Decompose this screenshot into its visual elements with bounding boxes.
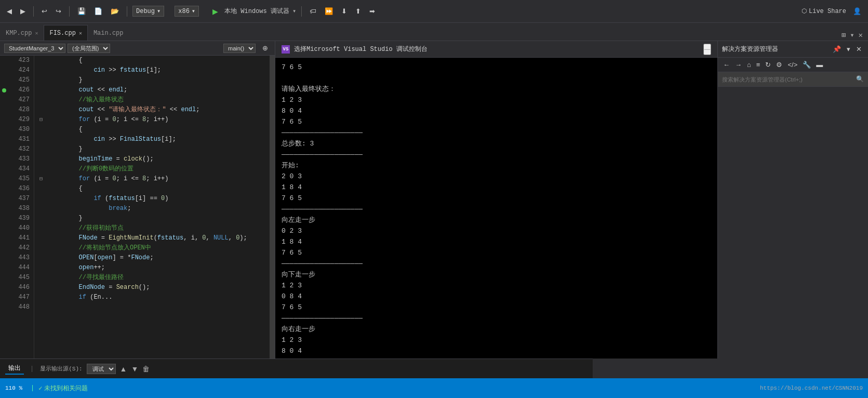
nav-back-btn[interactable]: ◀ <box>4 6 15 17</box>
status-text: 未找到相关问题 <box>44 384 88 393</box>
tab-fis-label: FIS.cpp <box>49 30 75 37</box>
sep4 <box>301 6 302 17</box>
sol-forward-btn[interactable]: → <box>733 60 744 70</box>
new-btn[interactable]: 📄 <box>91 6 105 17</box>
tab-fis-close[interactable]: ✕ <box>79 30 82 36</box>
line-442: //将初始节点放入OPEN中 <box>38 243 270 253</box>
bp-437 <box>0 194 8 204</box>
sep3 <box>127 6 127 17</box>
open-btn[interactable]: 📂 <box>108 6 122 17</box>
bp-435 <box>0 174 8 184</box>
nav-forward-btn[interactable]: ▶ <box>18 6 28 17</box>
console-output[interactable]: 7 6 5 请输入最终状态： 1 2 3 8 0 4 7 6 5 ———————… <box>275 58 717 359</box>
solution-pin-btn[interactable]: 📌 <box>831 44 843 54</box>
debug-combo[interactable]: Debug ▾ <box>132 6 164 17</box>
tab-main[interactable]: Main.cpp <box>88 25 129 41</box>
tab-menu-icon[interactable]: ▾ <box>849 30 855 41</box>
debug-into-btn[interactable]: ⬇ <box>339 6 350 17</box>
line-437: if (fstatus[i] == 0) <box>38 194 270 204</box>
status-bar: 110 % | ✓ 未找到相关问题 https://blog.csdn.net/… <box>0 378 868 398</box>
bp-428 <box>0 105 8 115</box>
output-clear-btn[interactable]: 🗑 <box>142 365 150 373</box>
save-btn[interactable]: 💾 <box>75 6 88 17</box>
solution-title: 解决方案资源管理器 <box>722 45 778 54</box>
scope-select[interactable]: StudentManger_3 <box>4 44 65 53</box>
redo-btn[interactable]: ↪ <box>53 6 64 17</box>
line-443: OPEN[open] = *FNode; <box>38 253 270 263</box>
solution-explorer-panel: 解决方案资源管理器 📌 ▾ ✕ ← → ⌂ ≡ ↻ ⚙ </> 🔧 ▬ 🔍 <box>717 41 868 359</box>
line-423: { <box>38 56 270 65</box>
console-header: VS 选择Microsoft Visual Studio 调试控制台 ─ <box>275 41 717 58</box>
solution-search-icon: 🔍 <box>856 75 864 83</box>
sep1 <box>33 6 34 17</box>
account-btn[interactable]: 👤 <box>850 6 864 17</box>
bookmark-btn[interactable]: 🏷 <box>307 6 319 17</box>
platform-chevron: ▾ <box>192 7 195 15</box>
live-share-icon: ⬡ <box>802 7 807 15</box>
sol-tools-btn[interactable]: 🔧 <box>800 60 813 70</box>
tab-action-icons: ⊞ ▾ ✕ <box>840 30 868 41</box>
solution-close-btn[interactable]: ✕ <box>854 44 864 54</box>
sol-back-btn[interactable]: ← <box>721 60 732 70</box>
run-button[interactable]: ▶ <box>209 6 221 17</box>
code-content: 423424425426427 428429430431432 43343443… <box>0 56 275 359</box>
tab-kmp-close[interactable]: ✕ <box>35 30 38 36</box>
debug-over-btn[interactable]: ➡ <box>367 6 378 17</box>
namespace-select[interactable]: (全局范围) <box>68 44 110 53</box>
output-sep: | <box>30 365 34 373</box>
platform-combo[interactable]: x86 ▾ <box>175 6 199 17</box>
tab-fis[interactable]: FIS.cpp ✕ <box>44 25 87 41</box>
line-427: //输入最终状态 <box>38 95 270 105</box>
code-toolbar: StudentManger_3 (全局范围) main() ⊕ <box>0 41 275 56</box>
line-446: EndNode = Search(); <box>38 283 270 293</box>
output-up-btn[interactable]: ▲ <box>120 365 127 373</box>
console-close-btn[interactable]: ─ <box>703 44 711 55</box>
undo-btn[interactable]: ↩ <box>39 6 50 17</box>
sol-code-btn[interactable]: </> <box>785 60 799 70</box>
sol-list-btn[interactable]: ≡ <box>754 60 763 70</box>
sol-filter-btn[interactable]: ▬ <box>814 60 825 70</box>
output-down-btn[interactable]: ▼ <box>131 365 138 373</box>
bp-426 <box>0 85 8 95</box>
bp-438 <box>0 204 8 214</box>
bp-429 <box>0 115 8 125</box>
code-scrollbar[interactable] <box>270 56 275 359</box>
sol-settings-btn[interactable]: ⚙ <box>774 60 784 70</box>
tab-main-label: Main.cpp <box>94 30 124 37</box>
fold-435[interactable]: ⊟ <box>39 174 43 184</box>
tab-kmp[interactable]: KMP.cpp ✕ <box>0 25 44 41</box>
zoom-level: 110 % <box>5 385 22 391</box>
bp-447 <box>0 293 8 302</box>
csdn-link[interactable]: https://blog.csdn.net/CSNN2019 <box>760 385 863 391</box>
bp-430 <box>0 125 8 135</box>
bp-432 <box>0 144 8 154</box>
tab-new-icon[interactable]: ⊞ <box>840 30 847 41</box>
line-431: cin >> FinalStatus[i]; <box>38 135 270 144</box>
fold-429[interactable]: ⊟ <box>39 115 43 125</box>
debug-out-btn[interactable]: ⬆ <box>353 6 364 17</box>
code-expand-btn[interactable]: ⊕ <box>260 43 271 54</box>
bp-444 <box>0 263 8 273</box>
line-444: open++; <box>38 263 270 273</box>
line-434: //判断0数码的位置 <box>38 164 270 174</box>
sol-sync-btn[interactable]: ↻ <box>763 60 773 70</box>
line-429: ⊟ for (i = 0; i <= 8; i++) <box>38 115 270 125</box>
title-bar: ◀ ▶ ↩ ↪ 💾 📄 📂 Debug ▾ x86 ▾ ▶ 本地 Windows… <box>0 0 868 23</box>
output-tab[interactable]: 输出 <box>5 363 24 375</box>
bp-446 <box>0 283 8 293</box>
solution-menu-btn[interactable]: ▾ <box>845 44 852 54</box>
bp-434 <box>0 164 8 174</box>
source-select[interactable]: 调试 <box>87 364 116 374</box>
code-editor[interactable]: { cin >> fstatus[i]; } cout << endl; //输… <box>34 56 270 359</box>
bp-427 <box>0 95 8 105</box>
live-share-label: Live Share <box>809 8 846 15</box>
function-select[interactable]: main() <box>223 44 256 53</box>
bp-431 <box>0 135 8 144</box>
live-share-btn[interactable]: ⬡ Live Share <box>802 7 846 15</box>
platform-label: x86 <box>178 8 190 15</box>
sol-home-btn[interactable]: ⌂ <box>745 60 753 70</box>
debug-step-btn[interactable]: ⏩ <box>322 6 336 17</box>
solution-search-input[interactable] <box>722 76 854 83</box>
tab-close-icon[interactable]: ✕ <box>858 30 864 41</box>
code-panel: StudentManger_3 (全局范围) main() ⊕ <box>0 41 275 359</box>
